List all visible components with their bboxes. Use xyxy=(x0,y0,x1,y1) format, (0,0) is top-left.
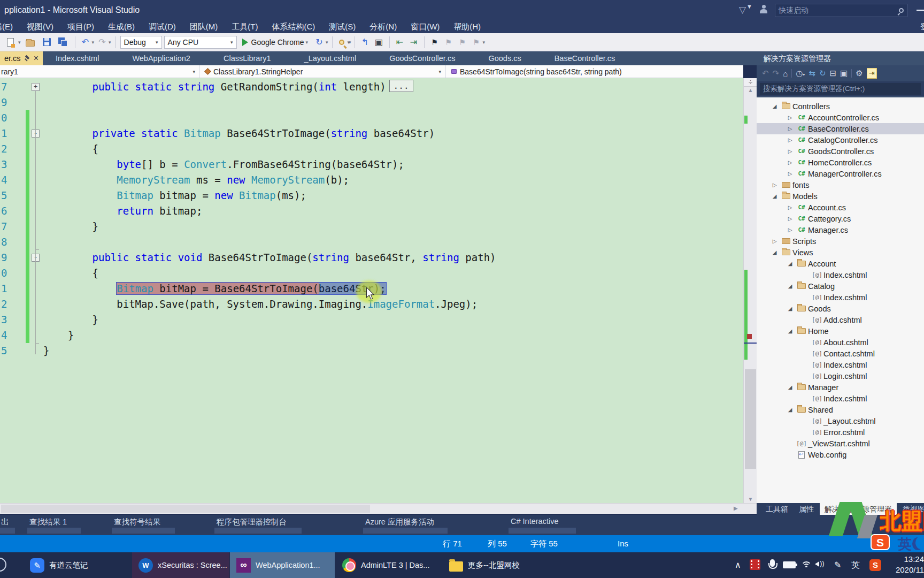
tree-expand-icon[interactable]: ◢ xyxy=(785,328,795,334)
tree-item[interactable]: ▷C#CatalogController.cs xyxy=(757,134,924,146)
panel-tab[interactable]: 工具箱 xyxy=(761,503,793,515)
tree-expand-icon[interactable]: ▷ xyxy=(785,126,795,132)
code-line[interactable]: 2 { xyxy=(0,141,743,157)
taskbar-app-chrome[interactable]: AdminLTE 3 | Das... xyxy=(335,552,442,578)
quick-launch-search[interactable]: 快速启动 xyxy=(775,4,907,17)
editor-horizontal-scrollbar[interactable]: ▶ xyxy=(0,503,757,514)
microphone-icon[interactable] xyxy=(770,559,775,567)
toggle-bookmark-icon[interactable]: ⚑ xyxy=(429,36,441,48)
tree-expand-icon[interactable]: ◢ xyxy=(769,249,780,255)
pending-changes-filter-icon[interactable]: ◷▾ xyxy=(796,69,805,78)
refresh-icon[interactable]: ↻ xyxy=(313,36,325,48)
code-line[interactable]: 0 xyxy=(0,110,743,126)
prev-bookmark-icon[interactable]: ⚑ xyxy=(443,36,455,48)
tree-item[interactable]: ◢Catalog xyxy=(757,280,924,292)
scroll-down-icon[interactable]: ▼ xyxy=(744,496,757,502)
start-button-partial[interactable] xyxy=(0,558,6,572)
tree-item[interactable]: ▷C#BaseController.cs xyxy=(757,123,924,134)
tree-expand-icon[interactable]: ▷ xyxy=(785,137,795,143)
code-line[interactable]: 4 MemoryStream ms = new MemoryStream(b); xyxy=(0,172,743,188)
volume-icon[interactable]: )) xyxy=(815,560,826,568)
tree-expand-icon[interactable]: ▷ xyxy=(785,171,795,177)
new-item-icon[interactable] xyxy=(3,35,18,49)
member-dropdown[interactable]: Base64StrToImage(string base64Str, strin… xyxy=(446,65,743,78)
project-dropdown[interactable]: rary1▾ xyxy=(0,65,200,78)
taskbar-clock[interactable]: 13:24 2020/11 xyxy=(889,554,924,576)
tree-expand-icon[interactable]: ◢ xyxy=(769,103,780,109)
code-line[interactable]: 3 byte[] b = Convert.FromBase64String(ba… xyxy=(0,157,743,172)
refresh-icon[interactable]: ↻ xyxy=(819,69,826,78)
doc-tab[interactable]: ClassLibrary1 xyxy=(216,51,279,65)
tree-expand-icon[interactable]: ▷ xyxy=(785,159,795,165)
menu-item[interactable]: 视图(V) xyxy=(20,22,60,32)
code-line[interactable]: 0 { xyxy=(0,265,743,281)
tree-expand-icon[interactable]: ◢ xyxy=(785,261,795,267)
taskbar-app-xsecuritas[interactable]: WxSecuritas : Scree... xyxy=(132,552,229,578)
save-all-icon[interactable] xyxy=(56,35,71,49)
code-line[interactable]: 5 Bitmap bitmap = new Bitmap(ms); xyxy=(0,188,743,203)
menu-item[interactable]: 窗口(W) xyxy=(404,22,446,32)
taskbar-app-folder[interactable]: 更多--北盟网校 xyxy=(442,552,551,578)
type-dropdown[interactable]: ClassLibrary1.StringHelper▾ xyxy=(200,65,446,78)
tree-item[interactable]: [@]Index.cshtml xyxy=(757,269,924,280)
minimize-button[interactable] xyxy=(917,10,924,11)
doc-tab[interactable]: _Layout.cshtml xyxy=(297,51,364,65)
tree-expand-icon[interactable]: ▷ xyxy=(785,227,795,233)
code-line[interactable]: 7+ public static string GetRandomString(… xyxy=(0,79,743,95)
tree-item[interactable]: ▷C#HomeController.cs xyxy=(757,157,924,168)
tree-expand-icon[interactable]: ◢ xyxy=(785,384,795,390)
undo-icon[interactable]: ↶ xyxy=(80,36,91,48)
doc-tab[interactable]: er.cs× xyxy=(0,51,43,65)
vertical-scroll-thumb[interactable] xyxy=(745,369,756,469)
document-outline-icon[interactable]: ▣ xyxy=(373,36,385,48)
scroll-right-icon[interactable]: ▶ xyxy=(734,505,738,511)
tree-item[interactable]: [@]Contact.cshtml xyxy=(757,348,924,359)
collapse-all-icon[interactable]: ⊟ xyxy=(829,69,836,78)
fold-toggle-icon[interactable]: + xyxy=(32,83,40,91)
open-file-icon[interactable] xyxy=(23,35,37,49)
tree-item[interactable]: [@]Index.cshtml xyxy=(757,359,924,370)
editor-vertical-scrollbar[interactable]: ÷ ▲ ▼ xyxy=(743,78,757,503)
tree-item[interactable]: ▷C#ManagerController.cs xyxy=(757,168,924,179)
output-panel-tab[interactable]: 查找符号结果 xyxy=(114,517,160,527)
find-in-files-icon[interactable] xyxy=(339,40,344,45)
wifi-icon[interactable] xyxy=(801,561,812,567)
tree-item[interactable]: [@]Add.cshtml xyxy=(757,314,924,325)
tree-item[interactable]: ◢Account xyxy=(757,258,924,269)
properties-wrench-icon[interactable]: ⚙ xyxy=(856,69,863,78)
code-line[interactable]: 6 return bitmap; xyxy=(0,203,743,219)
forward-icon[interactable]: ↷ xyxy=(773,69,780,78)
code-line[interactable]: 5} xyxy=(0,343,743,359)
sync-with-active-document-icon[interactable]: ⇥ xyxy=(867,68,877,79)
tree-expand-icon[interactable]: ◢ xyxy=(785,407,795,413)
tab-overflow-icon[interactable]: ▼ xyxy=(746,3,752,10)
configuration-dropdown[interactable]: Debug▾ xyxy=(120,36,162,49)
input-language-indicator[interactable]: 英 xyxy=(851,560,860,571)
save-icon[interactable] xyxy=(40,35,54,49)
clear-bookmarks-icon[interactable]: ⚑ xyxy=(471,36,482,48)
tree-item[interactable]: ◢Shared xyxy=(757,404,924,415)
sign-in-button[interactable]: 登 xyxy=(920,22,924,32)
code-line[interactable]: 9- public static void Base64StrToImage(s… xyxy=(0,250,743,265)
decrease-indent-icon[interactable]: ⇤ xyxy=(394,36,406,48)
tree-item[interactable]: [@]_Layout.cshtml xyxy=(757,415,924,427)
tree-item[interactable]: ◢Home xyxy=(757,325,924,337)
menu-item[interactable]: 项目(P) xyxy=(60,22,101,32)
tree-item[interactable]: [@]Index.cshtml xyxy=(757,292,924,303)
home-icon[interactable]: ⌂ xyxy=(783,69,788,78)
tree-item[interactable]: [@]Error.cshtml xyxy=(757,427,924,438)
editor-splitter-handle[interactable]: ÷ xyxy=(744,78,757,87)
output-panel-tab[interactable]: 查找结果 1 xyxy=(29,517,67,527)
code-line[interactable]: 9 xyxy=(0,95,743,110)
menu-item[interactable]: 辑(E) xyxy=(0,22,20,32)
output-panel-tab[interactable]: Azure 应用服务活动 xyxy=(365,517,434,527)
back-icon[interactable]: ↶ xyxy=(762,69,769,78)
taskbar-app-youdao[interactable]: ✎有道云笔记 xyxy=(24,552,132,578)
tray-app-badge[interactable]: S xyxy=(869,559,881,571)
doc-tab[interactable]: Index.cshtml xyxy=(48,51,106,65)
menu-item[interactable]: 生成(B) xyxy=(101,22,142,32)
tree-expand-icon[interactable]: ◢ xyxy=(785,306,795,311)
code-line[interactable]: 7 } xyxy=(0,219,743,234)
start-debug-button[interactable]: Google Chrome ▾ xyxy=(239,35,311,49)
screen-recorder-icon[interactable] xyxy=(750,559,760,570)
